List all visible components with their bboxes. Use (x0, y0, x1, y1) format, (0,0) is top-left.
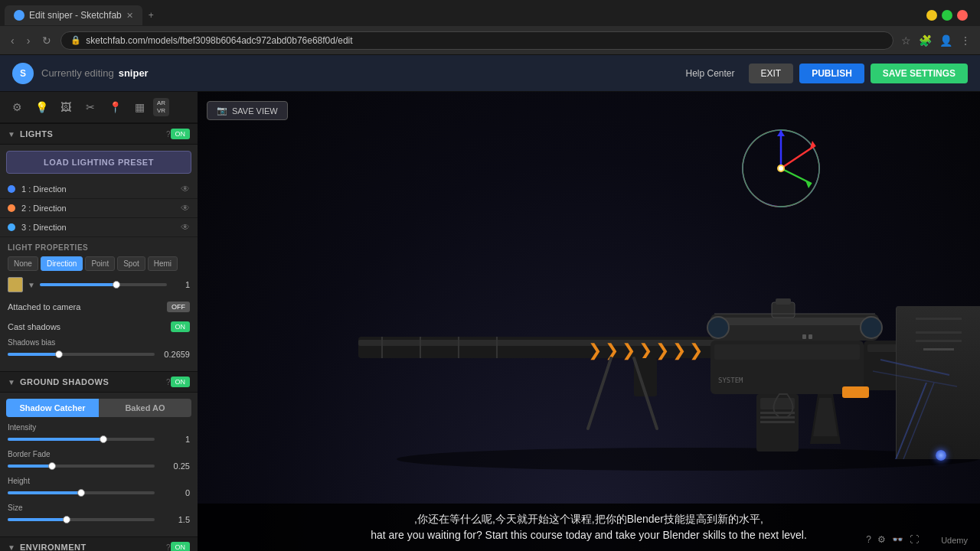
model-name: sniper (119, 67, 149, 79)
light-color-swatch[interactable] (8, 277, 23, 292)
light-2-visibility-icon[interactable]: 👁 (181, 203, 190, 214)
vr-icon[interactable]: 👓 (892, 534, 903, 545)
settings-icon-2[interactable]: ⚙ (877, 534, 886, 545)
ground-shadows-on-toggle[interactable]: ON (171, 377, 191, 387)
cast-shadows-label: Cast shadows (8, 322, 171, 331)
scissor-icon[interactable]: ✂ (80, 96, 101, 118)
win-close-button[interactable] (957, 10, 968, 21)
svg-rect-27 (714, 344, 860, 360)
lights-on-toggle[interactable]: ON (171, 129, 191, 139)
environment-toggle-icon: ▼ (8, 543, 15, 552)
size-label: Size (8, 504, 190, 512)
light-1-visibility-icon[interactable]: 👁 (181, 184, 190, 194)
environment-title: ENVIRONMENT (20, 543, 163, 551)
win-maximize-button[interactable] (942, 10, 952, 21)
exit-button[interactable]: EXIT (749, 64, 794, 83)
border-fade-slider-row: Border Fade 0.25 (8, 450, 190, 471)
intensity-slider-track[interactable] (40, 283, 167, 286)
save-view-button[interactable]: 📷 SAVE VIEW (207, 101, 288, 120)
tab-title: Edit sniper - Sketchfab (29, 10, 122, 21)
light-type-direction[interactable]: Direction (41, 256, 83, 271)
svg-rect-14 (381, 337, 383, 358)
new-tab-button[interactable]: + (142, 7, 160, 24)
publish-button[interactable]: PUBLISH (799, 64, 864, 83)
light-type-spot[interactable]: Spot (117, 256, 145, 271)
lights-toggle-icon: ▼ (8, 130, 15, 139)
viewport[interactable]: 📷 SAVE VIEW (198, 92, 980, 551)
udemy-badge: Udemy (941, 536, 968, 545)
fullscreen-icon[interactable]: ⛶ (910, 534, 919, 545)
environment-section-header[interactable]: ▼ ENVIRONMENT ? ON (0, 536, 198, 551)
light-item-1[interactable]: 1 : Direction 👁 (0, 180, 198, 199)
environment-help-icon[interactable]: ? (166, 543, 171, 552)
browser-profile-icon[interactable]: 👤 (938, 33, 954, 48)
browser-star-icon[interactable]: ☆ (900, 33, 913, 48)
help-icon[interactable]: ? (866, 534, 871, 545)
svg-line-49 (903, 383, 934, 459)
intensity-display-value: 1 (159, 435, 190, 444)
lights-help-icon[interactable]: ? (166, 130, 171, 139)
shadows-bias-label: Shadows bias (8, 338, 190, 347)
environment-on-toggle[interactable]: ON (171, 542, 191, 551)
light-type-hemi[interactable]: Hemi (148, 256, 178, 271)
help-center-button[interactable]: Help Center (678, 64, 742, 83)
address-bar[interactable]: 🔒 sketchfab.com/models/fbef3098b6064adc9… (60, 31, 893, 50)
image-icon[interactable]: 🖼 (55, 96, 77, 118)
ground-shadows-section-header[interactable]: ▼ GROUND SHADOWS ? ON (0, 371, 198, 393)
height-value: 0 (159, 488, 190, 497)
win-minimize-button[interactable] (926, 10, 937, 21)
browser-menu-icon[interactable]: ⋮ (959, 33, 972, 48)
size-slider[interactable] (8, 518, 155, 521)
subtitle-english: hat are you waiting for? Start this cour… (371, 529, 807, 541)
baked-ao-button[interactable]: Baked AO (99, 399, 191, 417)
energy-orb (936, 450, 946, 461)
svg-rect-31 (760, 416, 795, 419)
energy-effect-2 (880, 383, 942, 459)
annotations-icon[interactable]: ▦ (129, 96, 150, 118)
light-3-visibility-icon[interactable]: 👁 (181, 222, 190, 233)
svg-point-21 (707, 317, 729, 338)
tab-close-icon[interactable]: ✕ (126, 11, 133, 21)
shadows-bias-value: 0.2659 (159, 350, 190, 359)
nav-forward-button[interactable]: › (24, 33, 34, 48)
shadow-catcher-button[interactable]: Shadow Catcher (6, 399, 99, 417)
nav-refresh-button[interactable]: ↻ (39, 33, 54, 48)
browser-extension-icon[interactable]: 🧩 (917, 33, 933, 48)
svg-point-22 (861, 317, 882, 338)
lights-section-header[interactable]: ▼ LIGHTS ? ON (0, 123, 198, 145)
light-3-dot (8, 223, 15, 231)
svg-rect-15 (420, 337, 421, 358)
pin-icon[interactable]: 📍 (104, 96, 126, 118)
svg-line-3 (781, 145, 815, 168)
light-type-buttons: None Direction Point Spot Hemi (8, 256, 190, 271)
lighting-icon[interactable]: 💡 (31, 96, 52, 118)
tab-favicon (14, 10, 24, 21)
cast-shadows-toggle[interactable]: ON (171, 321, 191, 332)
svg-rect-45 (842, 386, 869, 398)
svg-rect-37 (808, 334, 812, 339)
browser-tabs-bar: Edit sniper - Sketchfab ✕ + (0, 0, 980, 26)
attached-camera-toggle[interactable]: OFF (167, 302, 190, 312)
shadows-bias-slider[interactable] (8, 353, 155, 356)
intensity-slider[interactable] (8, 438, 155, 441)
light-properties-title: LIGHT PROPERTIES (8, 243, 190, 252)
border-fade-slider[interactable] (8, 465, 155, 468)
svg-rect-20 (710, 318, 879, 325)
height-slider[interactable] (8, 491, 155, 494)
nav-back-button[interactable]: ‹ (8, 33, 18, 48)
svg-rect-32 (760, 421, 795, 423)
svg-line-46 (880, 360, 949, 375)
light-item-3[interactable]: 3 : Direction 👁 (0, 218, 198, 237)
height-slider-row: Height 0 (8, 477, 190, 497)
ground-shadows-help-icon[interactable]: ? (166, 378, 171, 386)
border-fade-value: 0.25 (159, 461, 190, 471)
light-item-2[interactable]: 2 : Direction 👁 (0, 199, 198, 218)
browser-tab[interactable]: Edit sniper - Sketchfab ✕ (5, 5, 142, 25)
save-settings-button[interactable]: SAVE SETTINGS (871, 64, 968, 83)
svg-rect-24 (776, 298, 791, 305)
settings-icon[interactable]: ⚙ (6, 96, 28, 118)
load-lighting-preset-button[interactable]: LOAD LIGHTING PRESET (6, 151, 191, 174)
ar-vr-button[interactable]: ARVR (153, 98, 169, 116)
light-type-point[interactable]: Point (85, 256, 115, 271)
light-type-none[interactable]: None (8, 256, 38, 271)
